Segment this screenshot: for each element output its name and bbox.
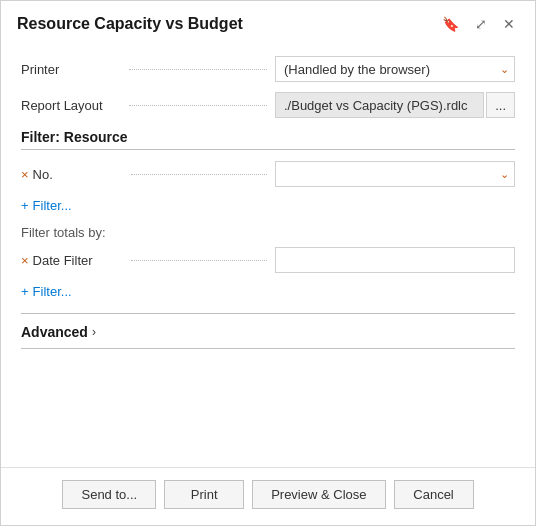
- add-filter-2-label: Filter...: [33, 284, 72, 299]
- printer-select[interactable]: (Handled by the browser): [275, 56, 515, 82]
- printer-control: (Handled by the browser) ⌄: [275, 56, 515, 82]
- advanced-divider-wrap: Advanced ›: [21, 313, 515, 349]
- report-layout-input[interactable]: [275, 92, 484, 118]
- date-filter-remove-icon[interactable]: ×: [21, 253, 29, 268]
- date-filter-dotted: [131, 260, 267, 261]
- title-icons: 🔖 ⤢ ✕: [438, 15, 519, 33]
- report-layout-row: Report Layout ...: [21, 91, 515, 119]
- filter-resource-header: Filter: Resource: [21, 129, 515, 145]
- no-filter-label: No.: [33, 167, 123, 182]
- advanced-chevron-icon: ›: [92, 325, 96, 339]
- report-layout-browse-button[interactable]: ...: [486, 92, 515, 118]
- advanced-divider-top: [21, 313, 515, 314]
- no-filter-row: × No. ⌄: [21, 160, 515, 188]
- no-filter-input-wrap: ⌄: [275, 161, 515, 187]
- add-filter-1-label: Filter...: [33, 198, 72, 213]
- add-filter-2-plus-icon: +: [21, 284, 29, 299]
- bookmark-icon[interactable]: 🔖: [438, 15, 463, 33]
- expand-icon[interactable]: ⤢: [471, 15, 491, 33]
- send-to-button[interactable]: Send to...: [62, 480, 156, 509]
- cancel-button[interactable]: Cancel: [394, 480, 474, 509]
- printer-row: Printer (Handled by the browser) ⌄: [21, 55, 515, 83]
- advanced-divider-bottom: [21, 348, 515, 349]
- report-layout-input-row: ...: [275, 92, 515, 118]
- date-filter-label: Date Filter: [33, 253, 123, 268]
- no-filter-select-wrap: ⌄: [275, 161, 515, 187]
- add-filter-2[interactable]: + Filter...: [21, 282, 515, 301]
- date-filter-input-wrap: [275, 247, 515, 273]
- add-filter-1[interactable]: + Filter...: [21, 196, 515, 215]
- printer-select-wrap: (Handled by the browser) ⌄: [275, 56, 515, 82]
- filter-totals-label: Filter totals by:: [21, 225, 515, 240]
- advanced-label: Advanced: [21, 324, 88, 340]
- no-filter-remove-icon[interactable]: ×: [21, 167, 29, 182]
- date-filter-input[interactable]: [275, 247, 515, 273]
- printer-dotted: [129, 69, 267, 70]
- content-area: Printer (Handled by the browser) ⌄ Repor…: [1, 43, 535, 457]
- date-filter-row: × Date Filter: [21, 246, 515, 274]
- close-icon[interactable]: ✕: [499, 15, 519, 33]
- dialog: Resource Capacity vs Budget 🔖 ⤢ ✕ Printe…: [0, 0, 536, 526]
- no-filter-select[interactable]: [275, 161, 515, 187]
- print-button[interactable]: Print: [164, 480, 244, 509]
- dialog-title: Resource Capacity vs Budget: [17, 15, 243, 33]
- report-layout-control: ...: [275, 92, 515, 118]
- filter-resource-divider: [21, 149, 515, 150]
- report-layout-label: Report Layout: [21, 98, 121, 113]
- no-filter-dotted: [131, 174, 267, 175]
- advanced-section[interactable]: Advanced ›: [21, 324, 515, 340]
- footer: Send to... Print Preview & Close Cancel: [1, 467, 535, 525]
- filter-resource-section: Filter: Resource: [21, 129, 515, 150]
- add-filter-1-plus-icon: +: [21, 198, 29, 213]
- title-bar: Resource Capacity vs Budget 🔖 ⤢ ✕: [1, 1, 535, 43]
- report-layout-dotted: [129, 105, 267, 106]
- printer-label: Printer: [21, 62, 121, 77]
- preview-close-button[interactable]: Preview & Close: [252, 480, 385, 509]
